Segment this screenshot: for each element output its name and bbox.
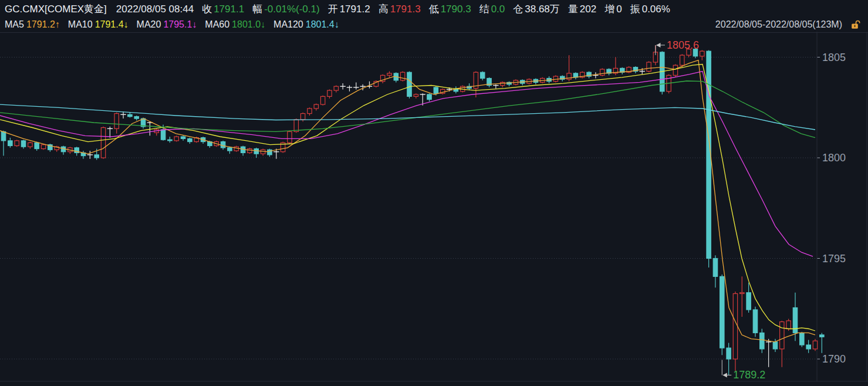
candle-body: [753, 310, 757, 333]
candle: [813, 339, 817, 351]
candle: [673, 65, 677, 77]
candle: [340, 83, 345, 89]
candle: [414, 93, 418, 99]
quote-field: 增0: [604, 2, 622, 16]
visible-range-label: 2022/08/05-2022/08/05(123M): [715, 19, 842, 30]
candle: [168, 137, 172, 143]
candle: [120, 111, 126, 118]
candle-body: [740, 293, 744, 294]
quote-field-label: 收: [202, 2, 212, 16]
candle-body: [427, 94, 431, 100]
candle: [593, 72, 598, 78]
candle-body: [181, 137, 185, 138]
candle-body: [35, 143, 39, 148]
quote-field: 振0.06%: [630, 2, 670, 16]
candle-body: [501, 82, 505, 85]
candle-body: [727, 348, 731, 359]
quote-field: 幅-0.01%(-0.1): [252, 2, 319, 16]
candle-body: [713, 259, 717, 277]
candle: [660, 51, 664, 94]
candle: [61, 145, 65, 154]
ma-line-ma10: [0, 65, 815, 331]
candle-body: [288, 131, 292, 143]
ma-value: 1791.4↓: [95, 19, 129, 30]
candle-body: [300, 114, 305, 120]
candle: [620, 67, 624, 75]
quote-field: 低1790.3: [429, 2, 471, 16]
trading-app-window: GC.CMX[COMEX黄金] 2022/08/05 08:44 收1791.1…: [0, 0, 868, 386]
candle: [501, 82, 505, 87]
candle: [800, 332, 804, 347]
arrow-left-icon: [722, 373, 727, 377]
candle: [320, 96, 325, 106]
quote-field-label: 低: [429, 2, 439, 16]
candle-body: [15, 141, 19, 146]
candle: [28, 142, 32, 149]
ma-legend: MA51791.2↑MA101791.4↓MA201795.1↓MA601801…: [5, 19, 347, 30]
candle: [733, 292, 737, 371]
candle: [493, 84, 498, 89]
quote-field-value: 0.06%: [642, 4, 670, 15]
quote-field: 量202: [568, 2, 596, 16]
candle: [766, 339, 771, 367]
open-padlock-icon[interactable]: [850, 19, 861, 30]
candle-body: [480, 72, 484, 78]
candle-body: [820, 335, 824, 337]
annotation-label: 1789.2: [733, 369, 765, 381]
axis-tick-label: 1800: [822, 152, 846, 164]
candle-body: [334, 86, 338, 90]
candle: [387, 72, 391, 77]
candle: [627, 66, 631, 73]
quote-field: 收1791.1: [202, 2, 244, 16]
candle-body: [773, 342, 777, 349]
candle: [254, 148, 258, 158]
candle-body: [308, 109, 312, 114]
candle-body: [720, 276, 724, 348]
ma-line-ma5: [0, 60, 815, 342]
candle: [407, 72, 411, 99]
candle: [820, 333, 824, 353]
quote-field-label: 结: [479, 2, 489, 16]
quote-field: 仓38.68万: [513, 2, 560, 16]
candle: [1, 131, 5, 156]
quote-field-label: 仓: [513, 2, 523, 16]
quote-field-value: -0.01%(-0.1): [264, 4, 319, 15]
grid-layer: [0, 57, 817, 360]
quote-field-value: 1790.3: [441, 4, 471, 15]
candle: [248, 148, 252, 154]
indicator-bar-right: 2022/08/05-2022/08/05(123M): [715, 19, 863, 30]
candle: [134, 116, 139, 121]
ma-legend-item: MA51791.2↑: [5, 19, 60, 30]
candle: [35, 142, 39, 151]
candle-body: [1, 131, 5, 140]
candle-body: [680, 55, 684, 65]
candle: [667, 75, 671, 94]
candle: [587, 72, 591, 79]
candle-body: [21, 141, 25, 147]
candle-body: [454, 89, 458, 91]
candle: [334, 86, 338, 93]
quote-field-value: 0.0: [491, 4, 505, 15]
candle: [154, 128, 158, 136]
ma-legend-item: MA601801.0↓: [205, 19, 265, 30]
candle: [234, 145, 238, 151]
candle: [347, 86, 352, 92]
candle: [747, 283, 751, 313]
ma-line-ma20: [0, 72, 813, 257]
candle: [480, 72, 484, 80]
candle-body: [647, 62, 651, 71]
quote-datetime: 2022/08/05 08:44: [116, 4, 194, 15]
candle-body: [786, 321, 791, 329]
quote-field-value: 38.68万: [525, 2, 560, 16]
ma-value: 1801.0↓: [232, 19, 265, 30]
candlestick-chart[interactable]: 18051800179517901805.61789.2: [0, 32, 868, 386]
candle: [281, 142, 285, 153]
candle: [114, 113, 119, 134]
candle: [174, 136, 178, 141]
candle-body: [780, 322, 784, 349]
candle-body: [327, 90, 332, 96]
quote-fields: 收1791.1幅-0.01%(-0.1)开1791.2高1791.3低1790.…: [202, 2, 678, 16]
candle: [380, 75, 384, 83]
candle: [228, 147, 232, 154]
candle: [241, 145, 245, 155]
